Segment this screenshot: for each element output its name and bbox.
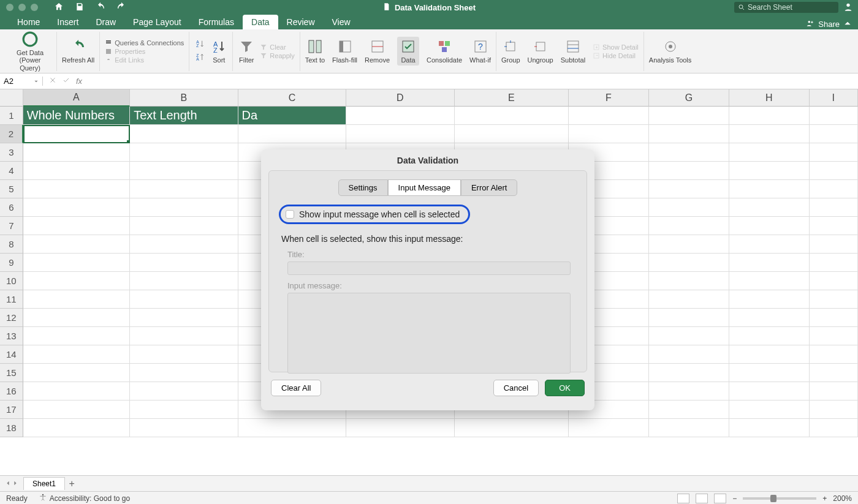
cell[interactable] [729, 143, 810, 162]
consolidate-button[interactable]: Consolidate [427, 38, 462, 64]
cell[interactable] [238, 419, 346, 437]
cell[interactable] [729, 345, 810, 364]
undo-icon[interactable] [96, 2, 105, 13]
cell[interactable] [729, 309, 810, 327]
cell[interactable] [130, 125, 238, 143]
cell[interactable] [569, 419, 649, 437]
cell[interactable] [649, 401, 729, 419]
collapse-ribbon-icon[interactable] [843, 19, 852, 29]
cell[interactable] [23, 382, 130, 401]
user-icon[interactable] [843, 2, 853, 13]
cell[interactable] [729, 125, 810, 143]
tab-formulas[interactable]: Formulas [190, 15, 243, 29]
fx-label[interactable]: fx [76, 77, 82, 86]
tab-review[interactable]: Review [278, 15, 324, 29]
edit-links-button[interactable]: Edit Links [105, 56, 144, 64]
cell[interactable] [729, 327, 810, 345]
maximize-window-button[interactable] [31, 4, 38, 11]
zoom-slider[interactable] [743, 497, 816, 500]
cell[interactable] [23, 290, 130, 309]
row-header[interactable]: 4 [0, 162, 23, 180]
zoom-in-button[interactable]: + [822, 494, 827, 503]
cell[interactable] [729, 364, 810, 382]
select-all-corner[interactable] [0, 89, 23, 107]
group-button[interactable]: Group [501, 38, 520, 64]
cell[interactable]: Text Length [130, 107, 238, 125]
cell[interactable] [649, 125, 729, 143]
reapply-filter-button[interactable]: Reapply [260, 51, 294, 60]
dialog-tab-error-alert[interactable]: Error Alert [461, 179, 518, 196]
cell[interactable] [569, 107, 649, 125]
cell[interactable] [23, 198, 130, 217]
cell[interactable] [649, 254, 729, 272]
cell[interactable] [346, 125, 454, 143]
cancel-button[interactable]: Cancel [493, 380, 539, 396]
cell[interactable] [238, 125, 346, 143]
dialog-tab-settings[interactable]: Settings [338, 179, 388, 196]
hide-detail-button[interactable]: −Hide Detail [593, 51, 639, 60]
cell[interactable] [346, 419, 454, 437]
sheet-nav-next-icon[interactable] [12, 480, 18, 488]
cell[interactable] [810, 217, 858, 235]
cell[interactable] [810, 254, 858, 272]
text-to-columns-button[interactable]: Text to [305, 38, 325, 64]
cell[interactable] [346, 107, 454, 125]
cell[interactable] [810, 327, 858, 345]
sheet-tab-sheet1[interactable]: Sheet1 [23, 477, 65, 490]
page-break-view-button[interactable] [714, 494, 726, 503]
cell[interactable] [649, 327, 729, 345]
cell[interactable] [810, 290, 858, 309]
col-header-b[interactable]: B [130, 89, 238, 107]
row-header[interactable]: 15 [0, 364, 23, 382]
col-header-f[interactable]: F [569, 89, 649, 107]
cell[interactable] [729, 107, 810, 125]
col-header-a[interactable]: A [23, 89, 131, 107]
col-header-h[interactable]: H [729, 89, 810, 107]
cell[interactable] [130, 401, 238, 419]
cell[interactable] [455, 419, 569, 437]
cell[interactable] [23, 180, 130, 198]
cell[interactable] [130, 419, 238, 437]
cell[interactable] [130, 290, 238, 309]
cell[interactable] [23, 254, 130, 272]
message-textarea[interactable] [287, 293, 571, 374]
row-header[interactable]: 5 [0, 180, 23, 198]
row-header[interactable]: 6 [0, 198, 23, 217]
cell[interactable] [729, 217, 810, 235]
show-detail-button[interactable]: +Show Detail [593, 43, 639, 51]
cell[interactable] [130, 143, 238, 162]
col-header-c[interactable]: C [238, 89, 346, 107]
cell[interactable] [649, 290, 729, 309]
cell[interactable] [729, 235, 810, 254]
cell[interactable] [729, 419, 810, 437]
cell[interactable] [729, 254, 810, 272]
cell[interactable] [649, 272, 729, 290]
cell[interactable] [23, 162, 130, 180]
cell[interactable] [649, 382, 729, 401]
cell[interactable] [23, 235, 130, 254]
tab-insert[interactable]: Insert [48, 15, 87, 29]
cell[interactable] [23, 217, 130, 235]
close-window-button[interactable] [6, 4, 13, 11]
cell[interactable] [810, 382, 858, 401]
cell[interactable] [130, 272, 238, 290]
share-button[interactable]: Share [818, 20, 840, 29]
col-header-e[interactable]: E [455, 89, 569, 107]
cell[interactable] [130, 309, 238, 327]
clear-all-button[interactable]: Clear All [271, 380, 321, 396]
row-header[interactable]: 17 [0, 401, 23, 419]
cell[interactable] [23, 309, 130, 327]
save-icon[interactable] [75, 2, 85, 13]
cell[interactable] [810, 162, 858, 180]
flash-fill-button[interactable]: Flash-fill [332, 38, 357, 64]
row-header[interactable]: 7 [0, 217, 23, 235]
ungroup-button[interactable]: Ungroup [528, 38, 553, 64]
cell[interactable] [729, 272, 810, 290]
cell[interactable] [23, 401, 130, 419]
cancel-formula-icon[interactable] [49, 77, 56, 86]
analysis-tools-button[interactable]: Analysis Tools [649, 38, 692, 64]
confirm-formula-icon[interactable] [63, 77, 70, 86]
cell[interactable] [455, 125, 569, 143]
cell[interactable] [649, 143, 729, 162]
normal-view-button[interactable] [677, 494, 689, 503]
